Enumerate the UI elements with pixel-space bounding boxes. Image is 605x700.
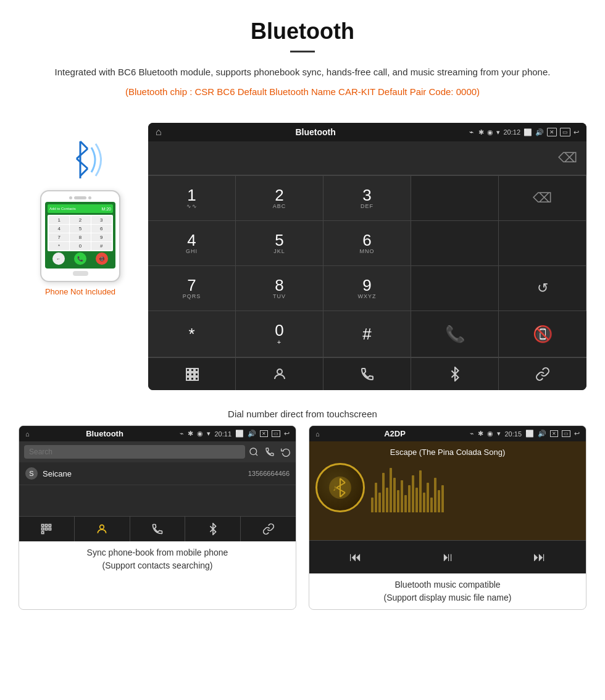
phone-illustration-area: Add to Contacts M:20 1 2 3 4 5 6 7 8 9 *… xyxy=(19,123,142,296)
key-star[interactable]: * xyxy=(148,311,236,357)
pb-status-bar: ⌂ Bluetooth ⌁ ✱ ◉ ▾ 20:11 ⬜ 🔊 ✕ ▭ ↩ xyxy=(19,426,296,441)
a2dp-screen: ⌂ A2DP ⌁ ✱ ◉ ▾ 20:15 ⬜ 🔊 ✕ ▭ ↩ Escape (T… xyxy=(309,426,586,573)
back-arrow-icon[interactable]: ↩ xyxy=(574,128,579,136)
a2dp-main-area: Escape (The Pina Colada Song) ♪ xyxy=(309,441,586,540)
a2dp-cam-icon: ⬜ xyxy=(525,430,534,438)
bluetooth-status-icon: ✱ xyxy=(478,128,484,136)
pb-dialpad-tab[interactable] xyxy=(19,517,75,541)
key-0[interactable]: 0 + xyxy=(236,311,323,357)
main-content: Add to Contacts M:20 1 2 3 4 5 6 7 8 9 *… xyxy=(0,117,605,402)
camera-icon[interactable]: ⬜ xyxy=(524,128,532,136)
pb-phone-icon-small xyxy=(265,447,275,457)
next-button[interactable]: ⏭ xyxy=(521,547,558,567)
page-title: Bluetooth xyxy=(37,19,568,44)
key-empty-1 xyxy=(411,176,499,221)
key-4[interactable]: 4 GHI xyxy=(148,221,236,266)
volume-icon[interactable]: 🔊 xyxy=(535,128,544,136)
backspace-cell[interactable]: ⌫ xyxy=(499,176,586,221)
a2dp-album-art: ♪ xyxy=(315,463,365,512)
a2dp-time: 20:15 xyxy=(504,430,522,438)
phone-end-btn: 📵 xyxy=(96,252,108,265)
key-empty-2 xyxy=(411,221,499,266)
svg-rect-6 xyxy=(191,369,194,372)
svg-point-15 xyxy=(250,448,257,455)
pb-close-icon[interactable]: ✕ xyxy=(260,430,268,437)
key-hash[interactable]: # xyxy=(323,311,411,357)
key-empty-3 xyxy=(499,221,586,266)
key-3[interactable]: 3 DEF xyxy=(323,176,411,221)
a2dp-home-icon[interactable]: ⌂ xyxy=(315,430,320,438)
a2dp-controls: ⏮ ⏯ ⏭ xyxy=(309,540,586,573)
a2dp-song-title: Escape (The Pina Colada Song) xyxy=(390,448,505,457)
dialpad-tab[interactable] xyxy=(148,358,236,390)
bluetooth-tab[interactable] xyxy=(411,358,499,390)
a2dp-win-icon[interactable]: ▭ xyxy=(562,430,570,437)
svg-line-1 xyxy=(80,141,88,149)
a2dp-caption: Bluetooth music compatible (Support disp… xyxy=(309,573,586,609)
pb-cam-icon: ⬜ xyxy=(235,430,244,438)
phone-call-buttons: ← 📞 📵 xyxy=(48,251,113,266)
phone-key-9: 9 xyxy=(91,233,112,241)
pb-search-input[interactable] xyxy=(24,445,245,459)
phone-key-3: 3 xyxy=(91,216,112,224)
a2dp-panel: ⌂ A2DP ⌁ ✱ ◉ ▾ 20:15 ⬜ 🔊 ✕ ▭ ↩ Escape (T… xyxy=(309,425,586,610)
pb-contacts-tab[interactable] xyxy=(75,517,130,541)
key-9[interactable]: 9 WXYZ xyxy=(323,266,411,311)
key-2[interactable]: 2 ABC xyxy=(236,176,323,221)
pb-bottom-bar xyxy=(19,516,296,541)
signal-icon: ▾ xyxy=(496,128,500,136)
contacts-tab[interactable] xyxy=(236,358,323,390)
a2dp-back-icon[interactable]: ↩ xyxy=(574,430,580,438)
key-6[interactable]: 6 MNO xyxy=(323,221,411,266)
pb-bt-tab[interactable] xyxy=(185,517,241,541)
pb-back-icon[interactable]: ↩ xyxy=(284,430,290,438)
backspace-button[interactable]: ⌫ xyxy=(558,150,577,166)
key-1[interactable]: 1 ∿∿ xyxy=(148,176,236,221)
pb-win-icon[interactable]: ▭ xyxy=(272,430,280,437)
pb-link-tab[interactable] xyxy=(241,517,296,541)
refresh-cell[interactable]: ↺ xyxy=(499,266,586,311)
key-8[interactable]: 8 TUV xyxy=(236,266,323,311)
svg-rect-18 xyxy=(46,525,48,527)
svg-point-24 xyxy=(100,525,104,529)
specs-text: (Bluetooth chip : CSR BC6 Default Blueto… xyxy=(37,85,568,99)
pb-vol-icon: 🔊 xyxy=(248,430,256,438)
a2dp-close-icon[interactable]: ✕ xyxy=(550,430,558,437)
svg-rect-17 xyxy=(42,525,44,527)
svg-rect-11 xyxy=(186,377,190,380)
phone-key-0: 0 xyxy=(70,242,90,250)
dial-input-row: ⌫ xyxy=(148,141,586,175)
prev-button[interactable]: ⏮ xyxy=(337,547,374,567)
pb-home-icon[interactable]: ⌂ xyxy=(25,430,30,438)
pb-usb-icon: ⌁ xyxy=(180,430,184,438)
svg-line-3 xyxy=(77,159,88,169)
svg-line-4 xyxy=(80,169,88,176)
home-icon[interactable]: ⌂ xyxy=(156,127,162,138)
svg-rect-20 xyxy=(42,528,44,530)
svg-text:♪: ♪ xyxy=(333,483,337,493)
pb-spacer xyxy=(19,485,296,516)
pb-phone-tab[interactable] xyxy=(130,517,186,541)
dial-screen-title: Bluetooth xyxy=(167,127,465,137)
key-5[interactable]: 5 JKL xyxy=(236,221,323,266)
call-green-cell[interactable]: 📞 xyxy=(411,311,499,357)
key-7[interactable]: 7 PQRS xyxy=(148,266,236,311)
phone-key-5: 5 xyxy=(70,225,90,233)
page-header: Bluetooth Integrated with BC6 Bluetooth … xyxy=(0,0,605,117)
pb-contact-number: 13566664466 xyxy=(248,470,290,477)
phone-screen-header: Add to Contacts M:20 xyxy=(48,204,113,213)
link-tab[interactable] xyxy=(499,358,586,390)
window-icon[interactable]: ▭ xyxy=(560,128,570,136)
call-red-cell[interactable]: 📵 xyxy=(499,311,586,357)
svg-rect-9 xyxy=(191,373,194,376)
usb-icon: ⌁ xyxy=(469,128,474,136)
play-pause-button[interactable]: ⏯ xyxy=(429,547,466,567)
pb-search-row xyxy=(19,441,296,462)
close-box-icon[interactable]: ✕ xyxy=(547,128,557,136)
phone-back-btn: ← xyxy=(52,252,65,265)
phone-key-1: 1 xyxy=(49,216,69,224)
phone-key-6: 6 xyxy=(91,225,112,233)
dialpad-grid: 1 ∿∿ 2 ABC 3 DEF ⌫ 4 GHI 5 JKL xyxy=(148,175,586,357)
pb-contact-row: S Seicane 13566664466 xyxy=(19,462,296,485)
phone-tab[interactable] xyxy=(323,358,411,390)
